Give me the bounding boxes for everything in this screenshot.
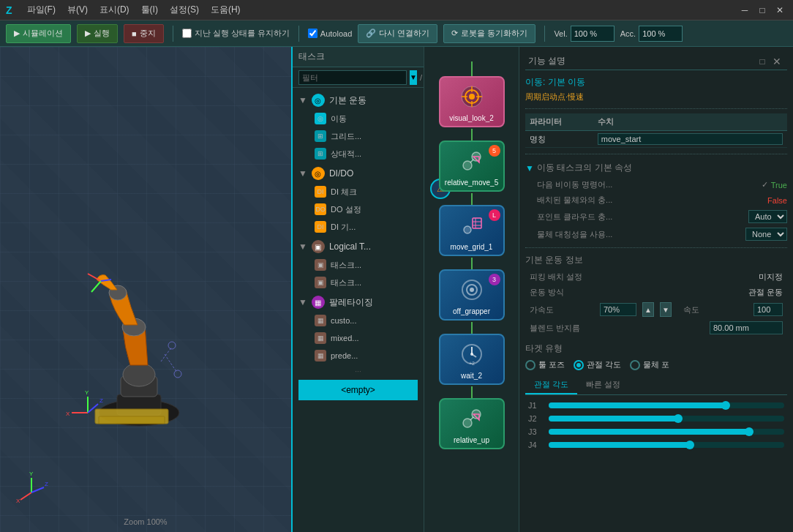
next-cmd-value[interactable]: True: [771, 181, 787, 190]
j2-track[interactable]: [549, 416, 784, 422]
move-grid-badge: L: [489, 209, 500, 221]
accel-up-btn[interactable]: ▲: [642, 302, 654, 317]
filter-input[interactable]: [298, 70, 407, 85]
pallet-label: 팔레타이징: [329, 296, 373, 309]
tree-item-do-set[interactable]: DO DO 설정: [293, 201, 424, 218]
j4-track[interactable]: [549, 442, 784, 448]
run-button[interactable]: ▶ 실행: [77, 24, 118, 43]
accel-down-btn[interactable]: ▼: [660, 302, 672, 317]
j2-fill: [549, 416, 678, 422]
picking-label: 피킹 배치 설정: [530, 271, 759, 282]
flow-node-relative-move[interactable]: 5 relative_move_5: [439, 141, 505, 192]
autoload-checkbox[interactable]: Autoload: [308, 29, 352, 38]
wait-label: wait_2: [461, 372, 482, 380]
relative-up-svg: [459, 405, 485, 432]
flow-node-off-gripper[interactable]: 3 off_grapper: [439, 269, 505, 321]
dots-line-3: [525, 247, 787, 248]
flow-node-move-grid[interactable]: L move_grid_1: [439, 205, 505, 256]
radio-joint-angle[interactable]: 관절 각도: [574, 359, 621, 370]
svg-point-20: [174, 370, 181, 378]
flow-node-relative-up[interactable]: relative_up: [439, 398, 505, 449]
minimize-button[interactable]: ─: [737, 3, 752, 18]
tree-item-prede[interactable]: ▦ prede...: [293, 347, 424, 364]
robot-model: X Y Z: [59, 252, 219, 444]
empty-slot[interactable]: <empty>: [298, 380, 418, 400]
menu-tools[interactable]: 툴(I): [135, 1, 164, 19]
svg-point-45: [470, 288, 474, 292]
param-col-header: 파라미터: [525, 113, 593, 131]
pointcloud-dropdown[interactable]: Auto On Off: [748, 210, 787, 223]
speed-input[interactable]: [753, 303, 783, 316]
tree-item-di-check[interactable]: DI DI 체크: [293, 183, 424, 201]
chevron-down-icon-logical: ▼: [298, 241, 307, 252]
menu-settings[interactable]: 설정(S): [164, 1, 205, 19]
menu-file[interactable]: 파일(F): [21, 1, 61, 19]
svg-text:Y: Y: [29, 471, 34, 477]
stop-button[interactable]: ■ 중지: [124, 24, 164, 43]
tab-quick-set[interactable]: 빠른 설정: [577, 376, 629, 394]
move-grid-label: move_grid_1: [451, 243, 493, 251]
accel-row: 가속도 ▲ ▼ 속도: [525, 300, 787, 319]
tree-item-relative[interactable]: ⊞ 상대적...: [293, 145, 424, 162]
symmetry-dropdown[interactable]: None X Y Z: [745, 228, 787, 241]
maximize-button[interactable]: □: [755, 3, 770, 18]
move-grid-svg: [459, 212, 485, 239]
category-dido-header[interactable]: ▼ ◎ DI/DO: [293, 164, 424, 183]
tree-item-task1[interactable]: ▣ 태스크...: [293, 256, 424, 274]
category-logical-header[interactable]: ▼ ▣ Logical T...: [293, 237, 424, 256]
flow-node-wait[interactable]: +2 wait_2: [439, 334, 505, 385]
autoload-input[interactable]: [308, 29, 317, 38]
sync-robot-button[interactable]: ⟳ 로봇을 동기화하기: [443, 24, 535, 43]
tab-joint-angle[interactable]: 관절 각도: [525, 376, 577, 394]
j1-thumb[interactable]: [721, 401, 730, 410]
category-logical: ▼ ▣ Logical T... ▣ 태스크... ▣ 태스크...: [293, 237, 424, 291]
basic-attrs-section[interactable]: ▼ 이동 태스크의 기본 속성: [525, 159, 787, 177]
category-basic-motion-header[interactable]: ▼ ◎ 기본 운동: [293, 91, 424, 110]
radio-object[interactable]: 물체 포: [630, 359, 669, 370]
menu-help[interactable]: 도움(H): [205, 1, 247, 19]
3d-viewport[interactable]: X Y Z X Y Z Zoom 100%: [0, 47, 293, 532]
panel-close-button[interactable]: ✕: [770, 54, 784, 69]
tree-item-custom[interactable]: ▦ custo...: [293, 312, 424, 329]
param-name-value[interactable]: [593, 131, 787, 148]
attr-row-symmetry: 물체 대칭성을 사용... None X Y Z: [525, 225, 787, 243]
vel-input[interactable]: [571, 26, 615, 42]
panel-maximize-button[interactable]: □: [755, 54, 770, 69]
chevron-down-icon-pallet: ▼: [298, 297, 307, 307]
menu-display[interactable]: 표시(D): [94, 1, 135, 19]
flow-content: visual_look_2 5 relative_move_5: [424, 47, 519, 451]
simulation-button[interactable]: ▶ 시뮬레이션: [6, 24, 71, 43]
visual-look-icon-area: [457, 82, 486, 111]
velocity-field: Vel.: [554, 26, 614, 42]
collision-value[interactable]: False: [767, 196, 787, 205]
j1-track[interactable]: [549, 402, 784, 408]
radio-tool-pose[interactable]: 툴 포즈: [525, 359, 565, 370]
svg-line-36: [470, 160, 473, 162]
j3-track[interactable]: [549, 429, 784, 435]
j3-thumb[interactable]: [745, 427, 753, 436]
tree-item-di-base[interactable]: DI DI 기...: [293, 218, 424, 236]
acc-input[interactable]: [639, 26, 683, 42]
blend-input[interactable]: [710, 321, 783, 334]
filter-button[interactable]: ▼: [410, 70, 417, 85]
menu-view[interactable]: 뷰(V): [61, 1, 94, 19]
check-icon-1: ✓: [762, 180, 768, 190]
category-palletizing-header[interactable]: ▼ ▦ 팔레타이징: [293, 293, 424, 312]
j2-thumb[interactable]: [674, 414, 683, 423]
flow-node-visual-look[interactable]: visual_look_2: [439, 76, 505, 127]
svg-point-29: [469, 94, 475, 100]
accel-input[interactable]: [600, 303, 636, 316]
tree-item-task2[interactable]: ▣ 태스크...: [293, 274, 424, 291]
tree-item-grid[interactable]: ⊞ 그리드...: [293, 127, 424, 145]
keep-state-checkbox[interactable]: 지난 실행 상태를 유지하기: [182, 28, 290, 39]
keep-state-input[interactable]: [182, 29, 192, 38]
j4-thumb[interactable]: [685, 441, 694, 449]
name-input[interactable]: [598, 133, 783, 145]
j1-fill: [549, 402, 726, 408]
reconnect-button[interactable]: 🔗 다시 연결하기: [358, 24, 437, 43]
close-button[interactable]: ✕: [773, 3, 787, 18]
tree-item-move[interactable]: ◎ 이동: [293, 110, 424, 127]
gripper-label: off_grapper: [453, 307, 490, 315]
tree-item-mixed[interactable]: ▦ mixed...: [293, 329, 424, 347]
svg-line-9: [91, 281, 101, 292]
